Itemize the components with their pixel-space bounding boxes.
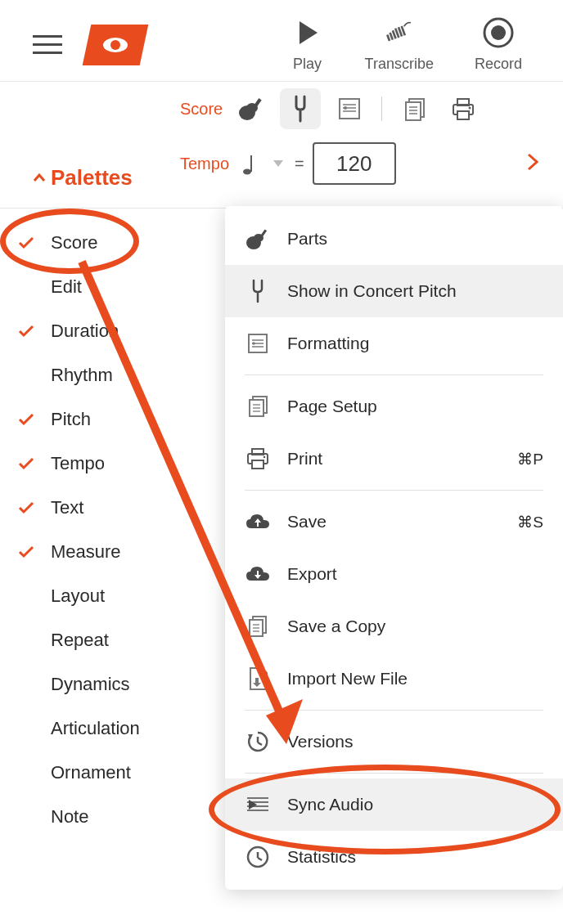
play-button[interactable]: Play (291, 16, 324, 73)
menu-sync-audio[interactable]: Sync Audio (225, 778, 563, 831)
copy-icon (245, 613, 271, 639)
palette-label: Rhythm (51, 365, 113, 386)
palette-item-score[interactable]: Score (0, 221, 229, 265)
menu-statistics[interactable]: Statistics (225, 831, 563, 883)
check-icon (16, 498, 36, 518)
menu-label: Versions (287, 732, 543, 751)
check-icon (16, 630, 36, 650)
menu-shortcut: ⌘P (517, 450, 543, 469)
palette-item-layout[interactable]: Layout (0, 574, 229, 618)
check-icon (16, 542, 36, 562)
sync-audio-icon (245, 792, 271, 818)
tempo-note-icon[interactable] (237, 152, 262, 175)
menu-divider (245, 773, 543, 774)
transcribe-button[interactable]: Transcribe (365, 16, 434, 73)
palette-item-pitch[interactable]: Pitch (0, 397, 229, 442)
svg-marker-28 (273, 160, 283, 167)
palette-label: Repeat (51, 630, 109, 651)
tempo-equals: = (295, 155, 304, 173)
instrument-button[interactable] (231, 88, 272, 129)
tuning-fork-icon (291, 95, 310, 123)
palette-item-dynamics[interactable]: Dynamics (0, 662, 229, 706)
menu-label: Print (287, 449, 501, 469)
formatting-icon (245, 330, 271, 357)
palette-item-articulation[interactable]: Articulation (0, 706, 229, 751)
check-icon (16, 410, 36, 429)
tuning-fork-icon (245, 278, 271, 304)
printer-icon (450, 96, 476, 122)
score-layout-button[interactable] (329, 88, 370, 129)
transcribe-label: Transcribe (365, 56, 434, 73)
transcribe-icon (383, 16, 416, 49)
svg-point-25 (469, 107, 471, 110)
palette-item-text[interactable]: Text (0, 486, 229, 530)
menu-save[interactable]: Save ⌘S (225, 496, 563, 548)
score-toolbar: Score (0, 81, 563, 136)
menu-versions[interactable]: Versions (225, 715, 563, 768)
menu-label: Formatting (287, 334, 543, 353)
top-toolbar: Play Transcribe (0, 0, 563, 81)
menu-save-copy[interactable]: Save a Copy (225, 600, 563, 653)
palette-label: Dynamics (51, 674, 130, 695)
record-label: Record (475, 56, 522, 73)
printer-icon (245, 446, 271, 472)
palette-item-measure[interactable]: Measure (0, 530, 229, 574)
menu-label: Sync Audio (287, 795, 543, 814)
menu-print[interactable]: Print ⌘P (225, 433, 563, 485)
menu-formatting[interactable]: Formatting (225, 317, 563, 370)
palette-label: Note (51, 806, 88, 828)
pages-button[interactable] (394, 88, 435, 129)
svg-point-8 (491, 25, 506, 40)
palette-item-tempo[interactable]: Tempo (0, 442, 229, 486)
palette-label: Tempo (51, 453, 105, 474)
palette-item-duration[interactable]: Duration (0, 309, 229, 353)
check-icon (16, 807, 36, 827)
menu-concert-pitch[interactable]: Show in Concert Pitch (225, 265, 563, 317)
palette-label: Measure (51, 541, 121, 563)
menu-button[interactable] (33, 35, 62, 54)
tempo-label[interactable]: Tempo (180, 155, 229, 173)
palette-list: Score Edit Duration Rhythm Pitch Tempo T… (0, 221, 229, 839)
menu-parts[interactable]: Parts (225, 213, 563, 265)
palette-item-rhythm[interactable]: Rhythm (0, 353, 229, 397)
svg-marker-61 (249, 800, 257, 810)
svg-point-45 (263, 456, 266, 459)
menu-page-setup[interactable]: Page Setup (225, 380, 563, 433)
print-button[interactable] (443, 88, 484, 129)
play-label: Play (293, 56, 322, 73)
record-button[interactable]: Record (475, 16, 522, 73)
history-icon (245, 729, 271, 755)
svg-rect-44 (252, 460, 263, 469)
check-icon (16, 586, 36, 606)
svg-rect-24 (457, 111, 469, 119)
pages-icon (401, 96, 427, 122)
tempo-expand-chevron[interactable] (527, 151, 538, 177)
menu-label: Page Setup (287, 397, 543, 416)
menu-shortcut: ⌘S (517, 513, 543, 532)
svg-point-26 (243, 169, 251, 175)
palettes-header[interactable]: Palettes (0, 155, 157, 204)
palette-item-repeat[interactable]: Repeat (0, 618, 229, 662)
palette-item-ornament[interactable]: Ornament (0, 751, 229, 795)
import-file-icon (245, 666, 271, 692)
guitar-icon (245, 226, 271, 252)
palette-item-edit[interactable]: Edit (0, 265, 229, 309)
check-icon (16, 277, 36, 297)
menu-label: Export (287, 564, 543, 584)
app-logo[interactable] (83, 25, 149, 65)
palettes-title: Palettes (51, 165, 133, 191)
guitar-icon (237, 95, 265, 123)
palette-label: Layout (51, 585, 105, 607)
menu-export[interactable]: Export (225, 548, 563, 600)
check-icon (16, 321, 36, 341)
tempo-dropdown[interactable] (270, 155, 286, 172)
palette-item-note[interactable]: Note (0, 795, 229, 839)
svg-line-56 (258, 742, 262, 745)
tempo-input[interactable] (313, 142, 396, 185)
menu-import[interactable]: Import New File (225, 653, 563, 705)
score-link[interactable]: Score (180, 100, 223, 119)
svg-line-64 (258, 858, 262, 860)
check-icon (16, 719, 36, 738)
menu-label: Statistics (287, 847, 543, 867)
tuning-fork-button[interactable] (280, 88, 321, 129)
